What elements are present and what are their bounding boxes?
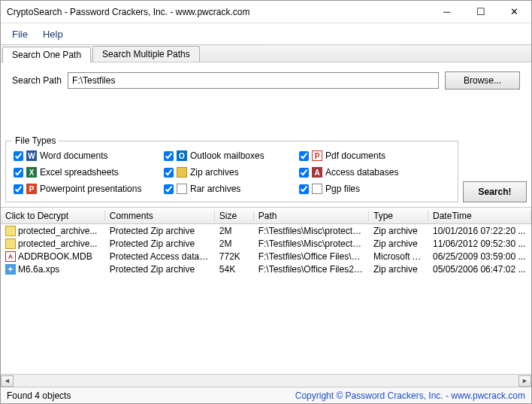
col-type[interactable]: Type [369,211,428,221]
checkbox-zip-input[interactable] [164,168,174,178]
cell-name: protected_archive... [18,238,97,249]
zip-file-icon [5,238,16,249]
powerpoint-icon: P [26,184,37,194]
cell-datetime: 05/05/2006 06:47:02 ... [428,264,531,275]
checkbox-pgp-input[interactable] [299,184,309,194]
cell-path: F:\Testfiles\Misc\protected_arc... [254,238,369,249]
table-row[interactable]: protected_archive...Protected Zip archiv… [1,224,531,237]
spacer [1,90,531,141]
table-row[interactable]: protected_archive...Protected Zip archiv… [1,237,531,250]
results-table: Click to Decrypt Comments Size Path Type… [1,207,531,275]
checkbox-outlook-input[interactable] [164,151,174,161]
cell-type: Microsoft Ac... [369,251,428,262]
cell-name: protected_archive... [18,226,97,236]
tabbar: Search One Path Search Multiple Paths [1,44,531,62]
close-button[interactable]: ✕ [497,1,531,23]
checkbox-pdf[interactable]: PPdf documents [299,150,419,161]
rar-icon [177,184,187,194]
tab-search-multiple-paths[interactable]: Search Multiple Paths [92,46,200,62]
col-comments[interactable]: Comments [105,211,215,221]
checkbox-rar[interactable]: Rar archives [164,184,299,194]
access-file-icon: A [5,251,16,262]
col-path[interactable]: Path [254,211,369,221]
window-title: CryptoSearch - Password Crackers, Inc. -… [7,7,430,17]
scroll-left-arrow[interactable]: ◄ [1,375,14,387]
zip-icon [177,167,187,178]
checkbox-pgp[interactable]: Pgp files [299,184,419,194]
outlook-icon: O [177,150,187,161]
cell-size: 2M [215,226,254,236]
col-datetime[interactable]: DateTime [428,211,531,221]
menubar: File Help [1,23,531,44]
cell-name: ADDRBOOK.MDB [18,251,92,262]
checkbox-access[interactable]: AAccess databases [299,167,419,178]
status-count: Found 4 objects [7,390,295,401]
cell-name: M6.6a.xps [18,264,59,275]
zip-file-icon [5,226,16,236]
statusbar: Found 4 objects Copyright © Password Cra… [1,387,531,403]
checkbox-excel[interactable]: XExcel spreadsheets [14,167,164,178]
cell-size: 54K [215,264,254,275]
checkbox-word[interactable]: WWord documents [14,150,164,161]
cell-datetime: 10/01/2016 07:22:20 ... [428,226,531,236]
access-icon: A [312,167,322,178]
maximize-button[interactable]: ☐ [464,1,497,23]
table-empty-area [1,275,531,374]
checkbox-ppt[interactable]: PPowerpoint presentations [14,184,164,194]
cell-path: F:\Testfiles\Office Files\ADDR... [254,251,369,262]
file-types-group: File Types WWord documents OOutlook mail… [5,141,458,202]
status-copyright: Copyright © Password Crackers, Inc. - ww… [295,390,525,401]
menu-help[interactable]: Help [35,26,71,43]
search-path-input[interactable] [68,72,439,89]
table-header: Click to Decrypt Comments Size Path Type… [1,208,531,224]
pgp-icon [312,184,322,194]
pdf-icon: P [312,150,322,161]
search-path-row: Search Path Browse... [1,62,531,90]
checkbox-rar-input[interactable] [164,184,174,194]
search-path-label: Search Path [12,75,62,86]
browse-button[interactable]: Browse... [445,71,520,90]
scroll-right-arrow[interactable]: ► [518,375,531,387]
table-row[interactable]: AADDRBOOK.MDBProtected Access database77… [1,250,531,263]
cell-type: Zip archive [369,226,428,236]
checkbox-excel-input[interactable] [14,168,23,178]
menu-file[interactable]: File [5,26,35,43]
horizontal-scrollbar[interactable]: ◄ ► [1,374,531,387]
cell-datetime: 11/06/2012 09:52:30 ... [428,238,531,249]
file-types-legend: File Types [12,135,59,146]
checkbox-ppt-input[interactable] [14,184,23,194]
cell-path: F:\Testfiles\Misc\protected_arc... [254,226,369,236]
cell-size: 2M [215,238,254,249]
word-icon: W [26,150,37,161]
checkbox-access-input[interactable] [299,168,309,178]
cell-comments: Protected Zip archive [105,238,215,249]
cell-comments: Protected Zip archive [105,264,215,275]
checkbox-zip[interactable]: Zip archives [164,167,299,178]
checkbox-word-input[interactable] [14,151,23,161]
cell-type: Zip archive [369,264,428,275]
col-decrypt[interactable]: Click to Decrypt [1,211,105,221]
cell-size: 772K [215,251,254,262]
cell-datetime: 06/25/2009 03:59:00 ... [428,251,531,262]
cell-type: Zip archive [369,238,428,249]
col-size[interactable]: Size [215,211,254,221]
cell-comments: Protected Zip archive [105,226,215,236]
cell-comments: Protected Access database [105,251,215,262]
checkbox-pdf-input[interactable] [299,151,309,161]
xps-file-icon: ✦ [5,264,16,275]
tab-search-one-path[interactable]: Search One Path [2,47,91,62]
titlebar: CryptoSearch - Password Crackers, Inc. -… [1,1,531,23]
excel-icon: X [26,167,37,178]
table-row[interactable]: ✦M6.6a.xpsProtected Zip archive54KF:\Tes… [1,263,531,275]
checkbox-outlook[interactable]: OOutlook mailboxes [164,150,299,161]
minimize-button[interactable]: ─ [430,1,464,23]
search-button[interactable]: Search! [463,181,527,202]
cell-path: F:\Testfiles\Office Files2\XPS\... [254,264,369,275]
